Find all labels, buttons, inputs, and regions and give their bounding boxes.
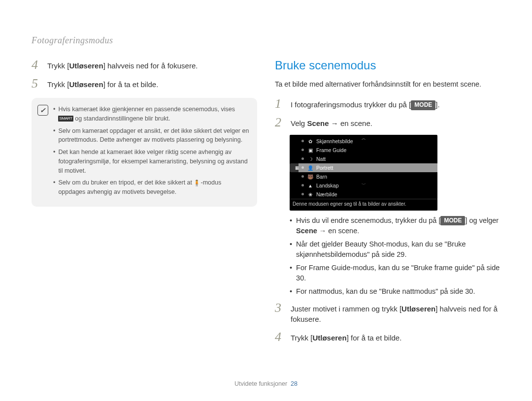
scene-option-frame-guide: ▣Frame Guide [299, 146, 437, 154]
note-icon: ✓ [37, 105, 48, 116]
section-title: Bruke scenemodus [275, 59, 500, 72]
text: ] halvveis ned for å fokusere. [103, 62, 198, 70]
sub-bullet-item: Når det gjelder Beauty Shot-modus, kan d… [290, 239, 500, 260]
scene-option-portrait: 👤Portrett [299, 163, 437, 172]
scene-option-children: 🐻Barn [299, 172, 437, 181]
camera-screen-preview: ︿ ▦ ✿Skjønnhetsbilde ▣Frame Guide ☽Natt … [290, 135, 437, 211]
text: Trykk [ [47, 62, 69, 70]
note-item: Hvis kameraet ikke gjenkjenner en passen… [53, 105, 249, 123]
sub-bullet-list: Hvis du vil endre scenemodus, trykker du… [290, 216, 500, 297]
text: I fotograferingsmodus trykker du på [ [291, 100, 411, 109]
text: ] for å ta et bilde. [103, 80, 159, 89]
bold-text: Utløseren [312, 334, 346, 342]
text: Velg [291, 119, 307, 127]
text: Når det gjelder Beauty Shot-modus, kan d… [296, 239, 500, 260]
text: Selv om kameraet oppdager et ansikt, er … [58, 126, 249, 145]
two-column-layout: 4 Trykk [Utløseren] halvveis ned for å f… [32, 59, 500, 349]
sub-bullet-item: For nattmodus, kan du se "Bruke nattmodu… [290, 286, 500, 297]
scene-option-beauty: ✿Skjønnhetsbilde [299, 137, 437, 146]
step-text: Trykk [Utløseren] halvveis ned for å fok… [47, 59, 198, 71]
step-number: 5 [32, 77, 41, 90]
page-footer: Utvidete funksjoner 28 [0, 380, 532, 387]
step-text: I fotograferingsmodus trykker du på [MOD… [291, 97, 440, 110]
night-icon: ☽ [307, 156, 313, 162]
text: Hvis du vil endre scenemodus, trykker du… [296, 216, 440, 224]
note-box: ✓ Hvis kameraet ikke gjenkjenner en pass… [32, 98, 257, 207]
scene-option-landscape: ▲Landskap [299, 181, 437, 190]
step-number: 2 [275, 116, 285, 129]
scene-option-night: ☽Natt [299, 154, 437, 163]
text: Juster motivet i rammen og trykk [ [291, 305, 401, 313]
step-number: 3 [275, 302, 285, 325]
scene-label: Landskap [316, 183, 339, 188]
tripod-icon [194, 180, 201, 186]
right-column: Bruke scenemodus Ta et bilde med alterna… [275, 59, 500, 349]
step-text: Trykk [Utløseren] for å ta et bilde. [47, 77, 158, 90]
step-text: Trykk [Utløseren] for å ta et bilde. [291, 331, 401, 343]
portrait-icon: 👤 [307, 165, 313, 171]
text: ]. [435, 100, 439, 109]
note-list: Hvis kameraet ikke gjenkjenner en passen… [53, 105, 249, 200]
beauty-icon: ✿ [307, 139, 313, 144]
scene-caption: Denne modusen egner seg til å ta bilder … [290, 199, 437, 211]
text: For nattmodus, kan du se "Bruke nattmodu… [296, 286, 475, 297]
step-number: 4 [275, 331, 285, 343]
text: Selv om du bruker en tripod, er det ikke… [58, 179, 194, 186]
text: Det kan hende at kameraet ikke velger ri… [58, 148, 249, 175]
footer-label: Utvidete funksjoner [234, 380, 287, 387]
text: ] og velger [465, 216, 499, 224]
mode-button-badge: MODE [411, 100, 435, 110]
bold-text: Utløseren [401, 305, 435, 313]
note-item: Selv om kameraet oppdager et ansikt, er … [53, 126, 249, 145]
scene-label: Nærbilde [316, 191, 337, 197]
step-text: Velg Scene → en scene. [291, 116, 372, 129]
left-column: 4 Trykk [Utløseren] halvveis ned for å f… [32, 59, 257, 349]
scene-label: Frame Guide [316, 147, 346, 153]
bold-text: Scene [307, 119, 329, 127]
sub-bullet-item: Hvis du vil endre scenemodus, trykker du… [290, 216, 500, 236]
section-header: Fotograferingsmodus [32, 35, 500, 46]
text: ] for å ta et bilde. [347, 334, 402, 342]
bold-text: Utløseren [69, 80, 103, 89]
text: og standardinnstillingene blir brukt. [75, 115, 170, 122]
step-number: 4 [32, 59, 41, 71]
note-item: Selv om du bruker en tripod, er det ikke… [53, 178, 249, 197]
text: For Frame Guide-modus, kan du se "Bruke … [296, 263, 500, 283]
text: → en scene. [329, 119, 372, 127]
note-item: Det kan hende at kameraet ikke velger ri… [53, 148, 249, 175]
step-5-left: 5 Trykk [Utløseren] for å ta et bilde. [32, 77, 257, 90]
mode-button-badge: MODE [440, 216, 465, 225]
step-2-right: 2 Velg Scene → en scene. [275, 116, 500, 129]
step-1-right: 1 I fotograferingsmodus trykker du på [M… [275, 97, 500, 110]
closeup-icon: ❀ [307, 192, 313, 197]
scene-label: Skjønnhetsbilde [316, 138, 353, 144]
intro-text: Ta et bilde med alternativer forhåndsinn… [275, 79, 500, 90]
step-number: 1 [275, 97, 285, 110]
scene-option-closeup: ❀Nærbilde [299, 190, 437, 199]
frame-guide-icon: ▣ [307, 148, 313, 153]
page-number: 28 [291, 380, 298, 387]
text: Trykk [ [291, 334, 312, 342]
sub-bullet-item: For Frame Guide-modus, kan du se "Bruke … [290, 263, 500, 283]
step-4-left: 4 Trykk [Utløseren] halvveis ned for å f… [32, 59, 257, 71]
smart-auto-icon: SMART [58, 116, 73, 122]
children-icon: 🐻 [307, 174, 313, 180]
scene-label: Barn [316, 174, 327, 180]
landscape-icon: ▲ [307, 183, 313, 188]
step-3-right: 3 Juster motivet i rammen og trykk [Utlø… [275, 302, 500, 325]
chevron-down-icon: ﹀ [362, 182, 366, 188]
step-text: Juster motivet i rammen og trykk [Utløse… [291, 302, 500, 325]
text: → en scene. [317, 227, 359, 235]
scene-label: Natt [316, 156, 326, 162]
text: Trykk [ [47, 80, 69, 89]
text: Hvis kameraet ikke gjenkjenner en passen… [58, 106, 235, 113]
bold-text: Scene [296, 227, 317, 235]
scene-menu-list: ︿ ▦ ✿Skjønnhetsbilde ▣Frame Guide ☽Natt … [290, 135, 437, 199]
scene-label: Portrett [316, 165, 333, 171]
step-4-right: 4 Trykk [Utløseren] for å ta et bilde. [275, 331, 500, 343]
bold-text: Utløseren [69, 62, 103, 70]
